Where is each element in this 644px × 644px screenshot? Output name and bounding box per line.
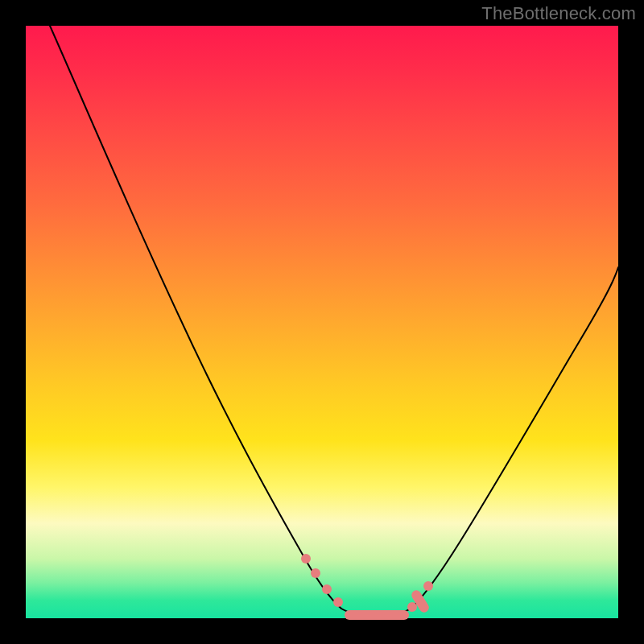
right-curve bbox=[411, 267, 618, 609]
marker-dot bbox=[322, 584, 332, 594]
marker-dot bbox=[407, 602, 417, 612]
left-curve bbox=[50, 26, 341, 609]
marker-dot bbox=[333, 597, 343, 607]
marker-group bbox=[301, 554, 433, 620]
chart-frame: TheBottleneck.com bbox=[0, 0, 644, 644]
chart-svg bbox=[26, 26, 618, 618]
marker-dot bbox=[301, 554, 311, 564]
marker-dot bbox=[311, 568, 320, 578]
marker-basin-bar bbox=[345, 610, 409, 620]
marker-dot bbox=[423, 581, 433, 591]
watermark-text: TheBottleneck.com bbox=[481, 3, 636, 24]
plot-area bbox=[26, 26, 618, 618]
